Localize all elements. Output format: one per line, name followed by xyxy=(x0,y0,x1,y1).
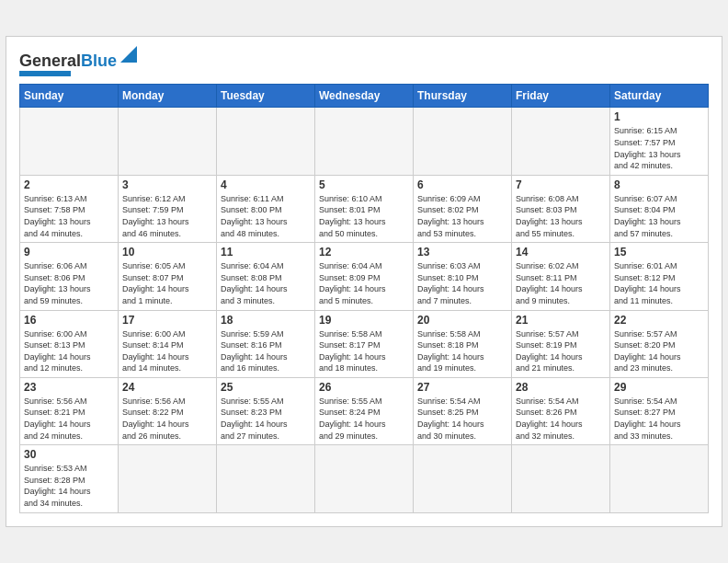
day-number: 5 xyxy=(319,178,409,191)
day-cell: 17Sunrise: 6:00 AM Sunset: 8:14 PM Dayli… xyxy=(119,310,217,377)
logo-icon xyxy=(120,46,137,63)
weekday-header-saturday: Saturday xyxy=(610,85,709,108)
day-info: Sunrise: 6:04 AM Sunset: 8:09 PM Dayligh… xyxy=(319,260,409,306)
day-number: 24 xyxy=(122,381,212,394)
day-cell: 23Sunrise: 5:56 AM Sunset: 8:21 PM Dayli… xyxy=(20,377,119,444)
day-cell: 30Sunrise: 5:53 AM Sunset: 8:28 PM Dayli… xyxy=(20,445,119,512)
day-number: 8 xyxy=(614,178,704,191)
day-info: Sunrise: 5:53 AM Sunset: 8:28 PM Dayligh… xyxy=(24,463,114,509)
day-info: Sunrise: 6:08 AM Sunset: 8:03 PM Dayligh… xyxy=(516,193,606,239)
day-number: 25 xyxy=(221,381,311,394)
day-cell: 25Sunrise: 5:55 AM Sunset: 8:23 PM Dayli… xyxy=(217,377,315,444)
day-number: 28 xyxy=(516,381,606,394)
day-number: 7 xyxy=(516,178,606,191)
week-row-1: 2Sunrise: 6:13 AM Sunset: 7:58 PM Daylig… xyxy=(20,175,709,242)
svg-marker-0 xyxy=(120,46,137,63)
day-cell: 2Sunrise: 6:13 AM Sunset: 7:58 PM Daylig… xyxy=(20,175,119,242)
calendar-body: 1Sunrise: 6:15 AM Sunset: 7:57 PM Daylig… xyxy=(20,108,709,512)
day-cell xyxy=(119,445,217,512)
calendar-table: SundayMondayTuesdayWednesdayThursdayFrid… xyxy=(19,84,709,512)
day-number: 6 xyxy=(417,178,507,191)
day-number: 3 xyxy=(122,178,212,191)
day-cell: 9Sunrise: 6:06 AM Sunset: 8:06 PM Daylig… xyxy=(20,243,119,310)
day-cell: 12Sunrise: 6:04 AM Sunset: 8:09 PM Dayli… xyxy=(315,243,414,310)
weekday-header-wednesday: Wednesday xyxy=(315,85,414,108)
day-info: Sunrise: 5:58 AM Sunset: 8:17 PM Dayligh… xyxy=(319,328,409,374)
day-cell xyxy=(119,108,217,175)
day-cell: 29Sunrise: 5:54 AM Sunset: 8:27 PM Dayli… xyxy=(610,377,709,444)
day-cell: 18Sunrise: 5:59 AM Sunset: 8:16 PM Dayli… xyxy=(217,310,315,377)
day-cell xyxy=(20,108,119,175)
day-cell: 1Sunrise: 6:15 AM Sunset: 7:57 PM Daylig… xyxy=(610,108,709,175)
day-number: 17 xyxy=(122,314,212,327)
day-info: Sunrise: 5:54 AM Sunset: 8:25 PM Dayligh… xyxy=(417,396,507,442)
day-number: 4 xyxy=(221,178,311,191)
weekday-header-sunday: Sunday xyxy=(20,85,119,108)
day-cell: 22Sunrise: 5:57 AM Sunset: 8:20 PM Dayli… xyxy=(610,310,709,377)
day-info: Sunrise: 6:00 AM Sunset: 8:14 PM Dayligh… xyxy=(122,328,212,374)
day-cell: 3Sunrise: 6:12 AM Sunset: 7:59 PM Daylig… xyxy=(119,175,217,242)
logo-text: GeneralBlue xyxy=(19,52,117,69)
day-number: 13 xyxy=(417,246,507,259)
day-number: 1 xyxy=(614,110,704,123)
day-number: 30 xyxy=(24,448,114,461)
calendar-header: SundayMondayTuesdayWednesdayThursdayFrid… xyxy=(20,85,709,108)
day-info: Sunrise: 6:12 AM Sunset: 7:59 PM Dayligh… xyxy=(122,193,212,239)
weekday-header-monday: Monday xyxy=(119,85,217,108)
day-info: Sunrise: 5:59 AM Sunset: 8:16 PM Dayligh… xyxy=(221,328,311,374)
weekday-header-tuesday: Tuesday xyxy=(217,85,315,108)
day-info: Sunrise: 6:09 AM Sunset: 8:02 PM Dayligh… xyxy=(417,193,507,239)
day-cell: 19Sunrise: 5:58 AM Sunset: 8:17 PM Dayli… xyxy=(315,310,414,377)
week-row-3: 16Sunrise: 6:00 AM Sunset: 8:13 PM Dayli… xyxy=(20,310,709,377)
logo-bar xyxy=(19,71,71,76)
logo: GeneralBlue xyxy=(19,46,137,76)
day-cell: 5Sunrise: 6:10 AM Sunset: 8:01 PM Daylig… xyxy=(315,175,414,242)
day-info: Sunrise: 6:03 AM Sunset: 8:10 PM Dayligh… xyxy=(417,260,507,306)
day-info: Sunrise: 6:06 AM Sunset: 8:06 PM Dayligh… xyxy=(24,260,114,306)
day-info: Sunrise: 5:57 AM Sunset: 8:20 PM Dayligh… xyxy=(614,328,704,374)
day-cell: 13Sunrise: 6:03 AM Sunset: 8:10 PM Dayli… xyxy=(414,243,512,310)
weekday-row: SundayMondayTuesdayWednesdayThursdayFrid… xyxy=(20,85,709,108)
day-number: 23 xyxy=(24,381,114,394)
day-cell xyxy=(315,445,414,512)
week-row-5: 30Sunrise: 5:53 AM Sunset: 8:28 PM Dayli… xyxy=(20,445,709,512)
day-cell: 24Sunrise: 5:56 AM Sunset: 8:22 PM Dayli… xyxy=(119,377,217,444)
week-row-0: 1Sunrise: 6:15 AM Sunset: 7:57 PM Daylig… xyxy=(20,108,709,175)
day-cell: 21Sunrise: 5:57 AM Sunset: 8:19 PM Dayli… xyxy=(512,310,610,377)
day-info: Sunrise: 6:01 AM Sunset: 8:12 PM Dayligh… xyxy=(614,260,704,306)
day-cell xyxy=(217,108,315,175)
day-cell: 26Sunrise: 5:55 AM Sunset: 8:24 PM Dayli… xyxy=(315,377,414,444)
day-number: 10 xyxy=(122,246,212,259)
day-cell: 10Sunrise: 6:05 AM Sunset: 8:07 PM Dayli… xyxy=(119,243,217,310)
day-cell: 8Sunrise: 6:07 AM Sunset: 8:04 PM Daylig… xyxy=(610,175,709,242)
day-cell: 7Sunrise: 6:08 AM Sunset: 8:03 PM Daylig… xyxy=(512,175,610,242)
day-info: Sunrise: 6:07 AM Sunset: 8:04 PM Dayligh… xyxy=(614,193,704,239)
day-info: Sunrise: 6:04 AM Sunset: 8:08 PM Dayligh… xyxy=(221,260,311,306)
day-number: 15 xyxy=(614,246,704,259)
day-info: Sunrise: 6:13 AM Sunset: 7:58 PM Dayligh… xyxy=(24,193,114,239)
weekday-header-thursday: Thursday xyxy=(414,85,512,108)
weekday-header-friday: Friday xyxy=(512,85,610,108)
day-cell xyxy=(512,108,610,175)
logo-blue-text: Blue xyxy=(81,52,117,70)
day-info: Sunrise: 6:10 AM Sunset: 8:01 PM Dayligh… xyxy=(319,193,409,239)
day-number: 14 xyxy=(516,246,606,259)
day-cell: 28Sunrise: 5:54 AM Sunset: 8:26 PM Dayli… xyxy=(512,377,610,444)
day-cell: 15Sunrise: 6:01 AM Sunset: 8:12 PM Dayli… xyxy=(610,243,709,310)
day-info: Sunrise: 6:02 AM Sunset: 8:11 PM Dayligh… xyxy=(516,260,606,306)
day-number: 27 xyxy=(417,381,507,394)
day-cell: 20Sunrise: 5:58 AM Sunset: 8:18 PM Dayli… xyxy=(414,310,512,377)
day-cell: 27Sunrise: 5:54 AM Sunset: 8:25 PM Dayli… xyxy=(414,377,512,444)
day-number: 18 xyxy=(221,314,311,327)
day-cell: 14Sunrise: 6:02 AM Sunset: 8:11 PM Dayli… xyxy=(512,243,610,310)
day-cell xyxy=(315,108,414,175)
day-info: Sunrise: 5:55 AM Sunset: 8:23 PM Dayligh… xyxy=(221,396,311,442)
day-cell xyxy=(414,445,512,512)
day-number: 26 xyxy=(319,381,409,394)
day-cell: 11Sunrise: 6:04 AM Sunset: 8:08 PM Dayli… xyxy=(217,243,315,310)
day-info: Sunrise: 5:57 AM Sunset: 8:19 PM Dayligh… xyxy=(516,328,606,374)
day-info: Sunrise: 5:56 AM Sunset: 8:22 PM Dayligh… xyxy=(122,396,212,442)
day-number: 21 xyxy=(516,314,606,327)
calendar-container: GeneralBlue SundayMondayTuesdayWednesday… xyxy=(6,36,722,526)
day-cell xyxy=(610,445,709,512)
